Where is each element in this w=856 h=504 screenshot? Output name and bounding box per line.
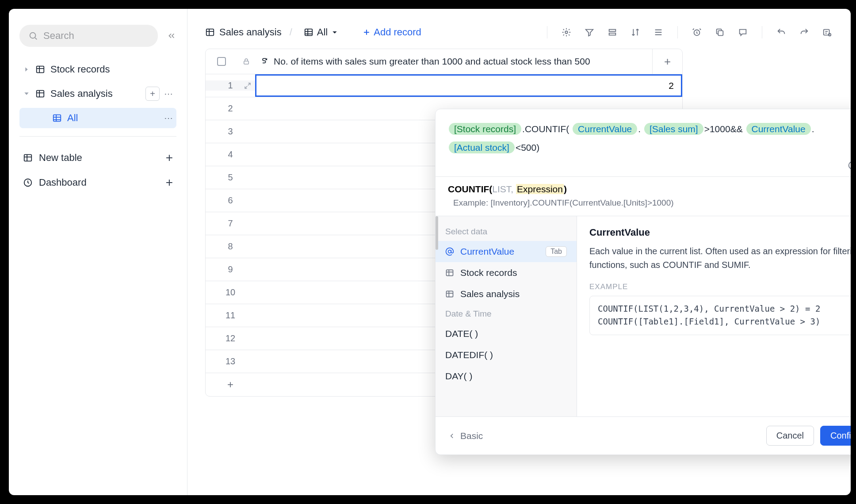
row-number: 2 [206,103,255,114]
svg-rect-1 [37,66,44,73]
suggestion-item[interactable]: DATEDIF( ) [436,344,577,366]
formula-footer: Basic Cancel Confirm [436,416,851,454]
row-height-icon[interactable] [651,26,666,39]
sidebar: Search Stock records Sales analysis + ⋯ [9,9,187,495]
table-icon [23,153,33,163]
dashboard-button[interactable]: Dashboard + [19,170,176,195]
expand-row-icon[interactable] [244,82,252,90]
row-number: 9 [206,264,255,275]
formula-input[interactable]: [Stock records].COUNTIF( CurrentValue. [… [436,109,851,176]
svg-rect-7 [305,29,313,36]
find-icon[interactable] [820,26,835,39]
suggestion-item[interactable]: CurrentValueTab [436,241,577,262]
help-icon[interactable] [848,160,851,170]
at-icon [445,247,455,256]
row-number: 4 [206,149,255,160]
token-close: <500) [516,142,539,153]
sidebar-item-label: Sales analysis [50,88,113,99]
svg-rect-18 [447,270,453,275]
add-record-button[interactable]: Add record [362,27,421,38]
svg-rect-10 [609,33,616,35]
plus-icon: + [166,151,173,165]
sidebar-item-stock-records[interactable]: Stock records [19,59,176,80]
add-column-button[interactable]: + [652,49,682,74]
new-table-button[interactable]: New table + [19,145,176,170]
svg-point-16 [849,162,851,169]
collapse-sidebar-icon[interactable] [167,31,176,41]
row-number: 6 [206,195,255,206]
suggestion-item[interactable]: DATE( ) [436,323,577,344]
sidebar-view-all[interactable]: All ⋯ [19,108,176,128]
view-selector[interactable]: All [300,25,342,40]
label: Dashboard [39,177,87,188]
suggestion-item[interactable]: Stock records [436,262,577,283]
tab-badge: Tab [546,246,567,257]
suggestion-label: DATE( ) [445,328,478,339]
token-field-ref: [Sales sum] [644,123,703,135]
column-header[interactable]: No. of items with sales sum greater than… [255,49,652,74]
suggestion-list[interactable]: Select data CurrentValueTabStock records… [436,216,577,416]
suggestion-label: CurrentValue [460,246,514,257]
token-currentvalue: CurrentValue [746,123,811,135]
sidebar-item-sales-analysis[interactable]: Sales analysis + ⋯ [19,82,176,105]
clock-icon [23,178,33,187]
sort-icon[interactable] [628,26,643,39]
suggestion-label: Sales analysis [460,289,520,299]
undo-icon[interactable] [774,26,789,39]
more-icon[interactable]: ⋯ [164,113,173,123]
doc-pane: CurrentValue Each value in the current l… [577,216,851,416]
example-code: COUNTIF(LIST(1,2,3,4), CurrentValue > 2)… [589,296,851,335]
more-icon[interactable]: ⋯ [164,88,173,99]
table-icon [205,27,215,37]
group-icon[interactable] [605,26,620,39]
suggestion-item[interactable]: Sales analysis [436,283,577,305]
svg-rect-4 [24,155,32,161]
chevron-down-icon [331,29,338,36]
main-content: Sales analysis / All Add record [187,9,851,495]
confirm-button[interactable]: Confirm [820,426,851,446]
breadcrumb-table[interactable]: Sales analysis [205,27,282,38]
redo-icon[interactable] [797,26,812,39]
grid-view-icon [52,113,62,123]
svg-rect-2 [37,91,44,97]
select-all-checkbox[interactable] [206,50,237,73]
token-table-ref: [Stock records] [449,123,521,135]
search-placeholder: Search [43,30,74,42]
divider [19,136,176,137]
row-number: 10 [206,287,255,298]
copy-icon[interactable] [712,26,727,39]
suggestion-label: Stock records [460,267,517,278]
toolbar: Sales analysis / All Add record [205,25,835,40]
label: Add record [374,27,421,38]
label: Basic [460,431,483,441]
token-field-ref: [Actual stock] [449,141,515,153]
table-icon [35,89,45,99]
cell[interactable]: 2 [255,74,682,97]
doc-title: CurrentValue [589,227,851,238]
svg-rect-9 [609,30,616,32]
suggestion-category: Select data [436,222,577,241]
search-input[interactable]: Search [19,25,158,47]
separator: / [290,27,292,38]
comment-icon[interactable] [735,26,750,39]
settings-icon[interactable] [559,26,574,39]
plus-icon: + [206,378,255,391]
svg-rect-6 [206,29,214,36]
add-view-button[interactable]: + [145,87,160,101]
example-label: EXAMPLE [589,283,851,291]
formula-editor-popup: [Stock records].COUNTIF( CurrentValue. [… [435,109,851,455]
svg-rect-19 [447,291,453,297]
suggestion-item[interactable]: DAY( ) [436,366,577,387]
filter-icon[interactable] [582,26,597,39]
cancel-button[interactable]: Cancel [766,426,814,446]
svg-point-8 [565,31,568,34]
svg-rect-3 [54,115,61,122]
plus-icon: + [166,176,173,190]
reminder-icon[interactable] [689,26,704,39]
svg-point-17 [448,250,451,253]
table-row[interactable]: 12 [206,74,682,97]
back-button[interactable]: Basic [448,431,483,441]
plus-icon [362,28,371,37]
table-icon [445,268,455,277]
suggestion-label: DATEDIF( ) [445,350,493,360]
